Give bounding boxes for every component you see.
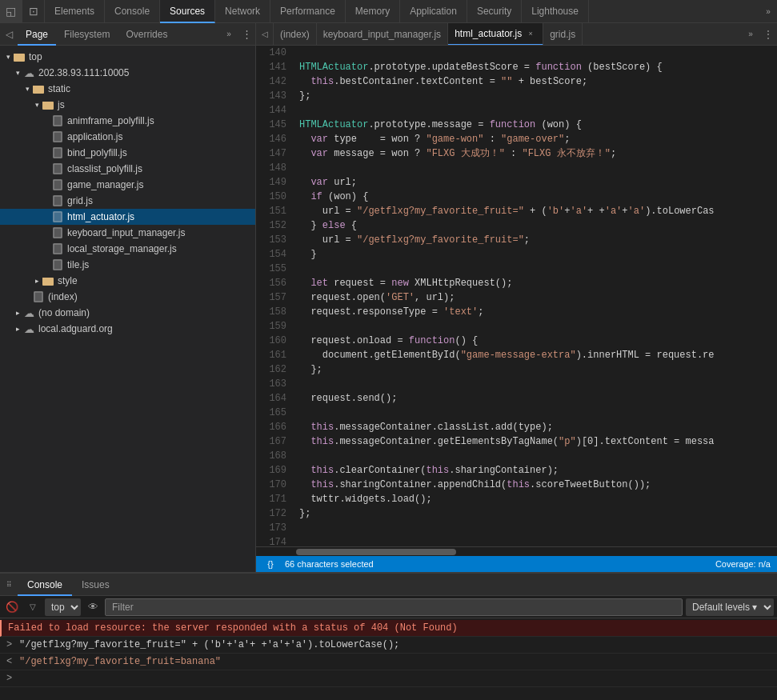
code-line[interactable]: if (won) { xyxy=(299,190,777,204)
console-tab-issues[interactable]: Issues xyxy=(72,574,119,596)
sub-tab-page[interactable]: Page xyxy=(18,23,56,46)
nav-tab-network[interactable]: Network xyxy=(215,0,270,23)
console-output[interactable]: Failed to load resource: the server resp… xyxy=(0,618,777,700)
code-line[interactable]: var type = won ? "game-won" : "game-over… xyxy=(299,132,777,146)
tree-item--index-[interactable]: (index) xyxy=(0,289,255,305)
code-line[interactable]: let request = new XMLHttpRequest(); xyxy=(299,276,777,290)
nav-tab-console[interactable]: Console xyxy=(105,0,160,23)
tree-item-static[interactable]: ▾static xyxy=(0,81,255,97)
code-line[interactable] xyxy=(299,449,777,463)
code-line[interactable]: url = "/getflxg?my_favorite_fruit=" + ('… xyxy=(299,204,777,218)
editor-tab-html-actuator-js[interactable]: html_actuator.js× xyxy=(448,23,543,46)
code-line[interactable]: this.clearContainer(this.sharingContaine… xyxy=(299,463,777,478)
code-line[interactable] xyxy=(299,46,777,60)
editor-tab--index-[interactable]: (index) xyxy=(274,23,317,46)
console-line[interactable]: Failed to load resource: the server resp… xyxy=(0,620,777,637)
code-line[interactable] xyxy=(299,521,777,535)
code-line[interactable]: HTMLActuator.prototype.updateBestScore =… xyxy=(299,60,777,74)
code-line[interactable]: }; xyxy=(299,506,777,521)
sidebar-toggle[interactable]: ◁ xyxy=(0,23,18,46)
horizontal-scrollbar-area[interactable] xyxy=(256,546,777,556)
tree-item--no-domain-[interactable]: ▸☁(no domain) xyxy=(0,305,255,321)
tree-item-game-manager-js[interactable]: game_manager.js xyxy=(0,177,255,193)
editor-settings-button[interactable]: ⋮ xyxy=(759,23,777,46)
code-line[interactable]: document.getElementById("game-message-ex… xyxy=(299,348,777,362)
console-drag-handle[interactable]: ⠿ xyxy=(0,574,18,596)
file-icon xyxy=(51,258,64,271)
nav-tab-elements[interactable]: Elements xyxy=(45,0,105,23)
editor-tab-grid-js[interactable]: grid.js xyxy=(543,23,583,46)
code-line[interactable]: request.responseType = 'text'; xyxy=(299,305,777,319)
nav-tab-performance[interactable]: Performance xyxy=(270,0,346,23)
horizontal-scrollbar-thumb[interactable] xyxy=(296,549,456,555)
editor-tab-close[interactable]: × xyxy=(525,28,536,39)
nav-tab-application[interactable]: Application xyxy=(400,0,467,23)
code-line[interactable]: request.send(); xyxy=(299,391,777,406)
devtools-icon-1[interactable]: ◱ xyxy=(0,0,22,23)
code-line[interactable]: this.sharingContainer.appendChild(this.s… xyxy=(299,478,777,492)
context-select[interactable]: top xyxy=(45,598,81,616)
tree-item-grid-js[interactable]: grid.js xyxy=(0,193,255,209)
code-line[interactable] xyxy=(299,161,777,175)
add-workspace-button[interactable]: ⋮ xyxy=(238,23,255,46)
sub-tabs-more[interactable]: » xyxy=(220,23,238,46)
nav-tab-security[interactable]: Security xyxy=(467,0,522,23)
tree-item-keyboard-input-manager-js[interactable]: keyboard_input_manager.js xyxy=(0,225,255,241)
code-line[interactable]: this.messageContainer.classList.add(type… xyxy=(299,420,777,434)
log-level-select[interactable]: Default levels ▾ xyxy=(686,598,774,616)
sub-tab-filesystem[interactable]: Filesystem xyxy=(56,23,118,46)
code-line[interactable]: }; xyxy=(299,362,777,377)
code-line[interactable] xyxy=(299,377,777,391)
code-line[interactable]: request.onload = function() { xyxy=(299,334,777,348)
code-line[interactable]: this.bestContainer.textContent = "" + be… xyxy=(299,74,777,89)
console-eye-button[interactable]: 👁 xyxy=(84,598,102,616)
format-button[interactable]: {} xyxy=(262,556,278,572)
more-tabs-button[interactable]: » xyxy=(759,0,777,23)
editor-tabs-more[interactable]: » xyxy=(742,23,759,46)
clear-console-button[interactable]: 🚫 xyxy=(3,598,21,616)
code-line[interactable] xyxy=(299,406,777,420)
code-line[interactable]: } else { xyxy=(299,218,777,233)
tree-item-html-actuator-js[interactable]: html_actuator.js xyxy=(0,209,255,225)
tree-item-label: bind_polyfill.js xyxy=(67,147,127,158)
console-tab-console[interactable]: Console xyxy=(18,574,72,596)
code-line[interactable]: var message = won ? "FLXG 大成功！" : "FLXG … xyxy=(299,146,777,161)
tree-item-js[interactable]: ▾js xyxy=(0,97,255,113)
code-line[interactable]: } xyxy=(299,247,777,262)
code-content-area[interactable]: 1401411421431441451461471481491501511521… xyxy=(256,46,777,546)
code-line[interactable]: HTMLActuator.prototype.message = functio… xyxy=(299,118,777,132)
tree-item-202-38-93-111-10005[interactable]: ▾☁202.38.93.111:10005 xyxy=(0,65,255,81)
console-line[interactable]: <"/getflxg?my_favorite_fruit=banana" xyxy=(0,654,777,670)
console-line[interactable]: >"/getflxg?my_favorite_fruit=" + ('b'+'a… xyxy=(0,637,777,654)
tree-item-local-adguard-org[interactable]: ▸☁local.adguard.org xyxy=(0,321,255,337)
code-line[interactable] xyxy=(299,103,777,118)
nav-tab-sources[interactable]: Sources xyxy=(160,0,215,23)
editor-tab-keyboard-input-manager-js[interactable]: keyboard_input_manager.js xyxy=(317,23,448,46)
tree-item-local-storage-manager-js[interactable]: local_storage_manager.js xyxy=(0,241,255,257)
console-filter-icon[interactable]: ▽ xyxy=(24,598,42,616)
sub-tab-overrides[interactable]: Overrides xyxy=(118,23,175,46)
nav-tab-memory[interactable]: Memory xyxy=(346,0,400,23)
code-line[interactable]: url = "/getflxg?my_favorite_fruit="; xyxy=(299,233,777,247)
code-line[interactable]: twttr.widgets.load(); xyxy=(299,492,777,506)
code-line[interactable] xyxy=(299,319,777,334)
tree-item-style[interactable]: ▸style xyxy=(0,273,255,289)
tree-item-tile-js[interactable]: tile.js xyxy=(0,257,255,273)
nav-tab-lighthouse[interactable]: Lighthouse xyxy=(522,0,589,23)
code-line[interactable] xyxy=(299,262,777,276)
editor-nav-toggle[interactable]: ◁ xyxy=(256,23,274,46)
console-filter-input[interactable] xyxy=(105,598,683,616)
code-line[interactable]: this.messageContainer.getElementsByTagNa… xyxy=(299,434,777,449)
code-line[interactable]: }; xyxy=(299,89,777,103)
tree-item-animframe-polyfill-js[interactable]: animframe_polyfill.js xyxy=(0,113,255,129)
code-lines[interactable]: HTMLActuator.prototype.updateBestScore =… xyxy=(293,46,777,546)
tree-item-application-js[interactable]: application.js xyxy=(0,129,255,145)
tree-item-bind-polyfill-js[interactable]: bind_polyfill.js xyxy=(0,145,255,161)
tree-item-top[interactable]: ▾top xyxy=(0,49,255,65)
code-line[interactable]: var url; xyxy=(299,175,777,190)
code-line[interactable]: request.open('GET', url); xyxy=(299,290,777,305)
tree-item-classlist-polyfill-js[interactable]: classlist_polyfill.js xyxy=(0,161,255,177)
devtools-icon-2[interactable]: ⊡ xyxy=(22,0,45,23)
code-line[interactable] xyxy=(299,535,777,546)
console-line[interactable]: > xyxy=(0,670,777,687)
